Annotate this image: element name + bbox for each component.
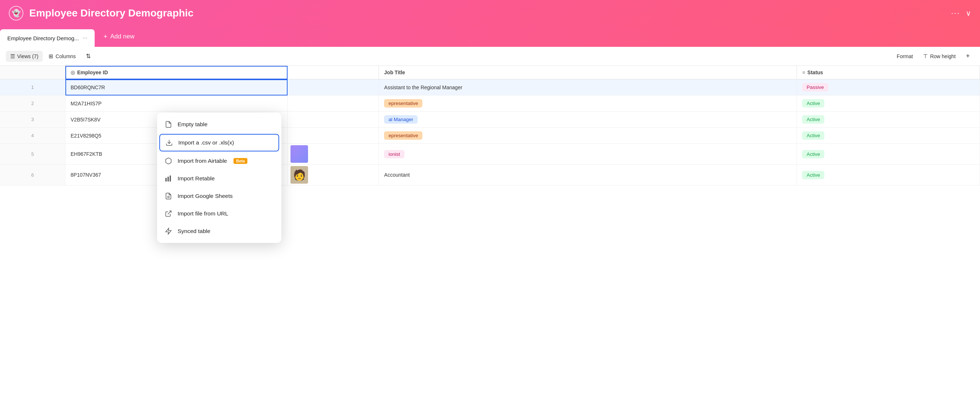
add-column-icon: + — [966, 52, 970, 60]
status-cell: Active — [797, 96, 980, 112]
status-badge: Active — [802, 131, 824, 140]
job-title-tag: ionist — [384, 150, 404, 158]
table-container: ◎ Employee ID Job Title ≡ Status — [0, 66, 980, 398]
dropdown-item-import-retable[interactable]: Import Retable — [157, 170, 282, 187]
status-cell: Passive — [797, 79, 980, 96]
add-new-label: Add new — [110, 33, 134, 40]
svg-rect-2 — [168, 177, 169, 181]
add-new-button[interactable]: + Add new — [95, 26, 143, 47]
avatar: 🧑 — [291, 166, 308, 184]
header-actions: ··· ∨ — [951, 8, 971, 18]
views-button[interactable]: ☰ Views (7) — [6, 51, 43, 62]
photo-cell — [288, 144, 379, 165]
toolbar: ☰ Views (7) ⊞ Columns ⇅ Format ⊤ Row hei… — [0, 47, 980, 66]
job-title-tag: epresentative — [384, 99, 422, 107]
tab-more-button[interactable]: ··· — [83, 35, 88, 42]
dropdown-item-label: Empty table — [178, 121, 208, 128]
status-badge: Active — [802, 115, 824, 124]
col-header-status-label: Status — [808, 69, 823, 75]
table-row[interactable]: 1BD60RQNC7RAssistant to the Regional Man… — [0, 79, 980, 96]
fingerprint-icon: ◎ — [70, 69, 75, 75]
col-header-rownum — [0, 66, 65, 79]
avatar — [291, 145, 308, 163]
row-height-icon: ⊤ — [923, 53, 928, 60]
employee-id-cell: M2A71HIS7P — [65, 96, 288, 112]
main-content: ◎ Employee ID Job Title ≡ Status — [0, 66, 980, 398]
header-chevron-icon[interactable]: ∨ — [966, 9, 971, 18]
format-button[interactable]: Format — [892, 51, 917, 61]
dropdown-item-import-csv[interactable]: Import a .csv or .xls(x) — [159, 134, 279, 152]
col-header-employee-id[interactable]: ◎ Employee ID — [65, 66, 288, 79]
dropdown-item-label: Import Google Sheets — [178, 193, 233, 199]
dropdown-item-label: Import file from URL — [178, 210, 228, 217]
row-number: 4 — [0, 128, 65, 144]
cube-icon — [164, 157, 172, 165]
row-number: 5 — [0, 144, 65, 165]
dropdown-item-empty-table[interactable]: Empty table — [157, 116, 282, 133]
job-title-cell: al Manager — [379, 112, 797, 128]
row-number: 2 — [0, 96, 65, 112]
photo-cell — [288, 112, 379, 128]
status-cell: Active — [797, 144, 980, 165]
status-badge: Active — [802, 171, 824, 179]
app-title: Employee Directory Demographic — [29, 7, 945, 19]
dropdown-item-synced-table[interactable]: Synced table — [157, 222, 282, 240]
header-more-button[interactable]: ··· — [951, 8, 960, 18]
photo-cell — [288, 128, 379, 144]
dropdown-item-label: Import a .csv or .xls(x) — [178, 139, 234, 146]
job-title-cell: epresentative — [379, 128, 797, 144]
col-header-photo — [288, 66, 379, 79]
data-table: ◎ Employee ID Job Title ≡ Status — [0, 66, 980, 185]
tab-label: Employee Directory Demog... — [7, 35, 79, 42]
row-number: 1 — [0, 79, 65, 96]
employee-id-cell: BD60RQNC7R — [65, 79, 288, 96]
job-title-tag: al Manager — [384, 115, 418, 124]
col-header-status[interactable]: ≡ Status — [797, 66, 980, 79]
row-number: 3 — [0, 112, 65, 128]
add-column-button[interactable]: + — [961, 50, 974, 62]
table-row[interactable]: 5EH967F2KTBionistActive — [0, 144, 980, 165]
columns-icon: ⊞ — [49, 53, 53, 60]
dropdown-item-import-google[interactable]: Import Google Sheets — [157, 187, 282, 205]
views-label: Views (7) — [17, 53, 38, 59]
sort-button[interactable]: ⇅ — [81, 51, 95, 62]
dropdown-item-label: Import from Airtable — [178, 158, 227, 164]
job-title-cell: epresentative — [379, 96, 797, 112]
table-row[interactable]: 2M2A71HIS7PepresentativeActive — [0, 96, 980, 112]
add-new-icon: + — [103, 33, 107, 41]
job-title-cell: Assistant to the Regional Manager — [379, 79, 797, 96]
status-badge: Active — [802, 99, 824, 107]
lightning-icon — [164, 227, 172, 235]
row-height-label: Row height — [930, 53, 956, 59]
svg-rect-1 — [165, 178, 167, 181]
app-header: 👻 Employee Directory Demographic ··· ∨ — [0, 0, 980, 26]
job-title-cell: ionist — [379, 144, 797, 165]
beta-badge: Beta — [234, 158, 247, 164]
table-row[interactable]: 4E21V8298Q5epresentativeActive — [0, 128, 980, 144]
col-header-id-label: Employee ID — [77, 69, 108, 75]
doc-icon — [164, 192, 172, 200]
table-row[interactable]: 68P107NV367🧑AccountantActive — [0, 165, 980, 185]
photo-cell — [288, 79, 379, 96]
columns-label: Columns — [56, 53, 76, 59]
active-tab[interactable]: Employee Directory Demog... ··· — [0, 29, 95, 47]
photo-cell: 🧑 — [288, 165, 379, 185]
job-title-tag: epresentative — [384, 131, 422, 140]
dropdown-item-import-url[interactable]: Import file from URL — [157, 205, 282, 222]
row-number: 6 — [0, 165, 65, 185]
status-badge: Passive — [802, 83, 828, 91]
columns-button[interactable]: ⊞ Columns — [44, 51, 80, 62]
dropdown-item-label: Synced table — [178, 228, 210, 235]
dropdown-item-label: Import Retable — [178, 175, 215, 182]
svg-line-6 — [168, 211, 171, 214]
download-icon — [165, 139, 173, 147]
row-height-button[interactable]: ⊤ Row height — [919, 51, 960, 62]
col-header-job-title[interactable]: Job Title — [379, 66, 797, 79]
status-lines-icon: ≡ — [802, 69, 805, 75]
table-row[interactable]: 3V2B5I7SK8Val ManagerActive — [0, 112, 980, 128]
dropdown-item-import-airtable[interactable]: Import from AirtableBeta — [157, 152, 282, 170]
status-badge: Active — [802, 150, 824, 158]
status-cell: Active — [797, 165, 980, 185]
file-icon — [164, 120, 172, 128]
external-icon — [164, 209, 172, 217]
